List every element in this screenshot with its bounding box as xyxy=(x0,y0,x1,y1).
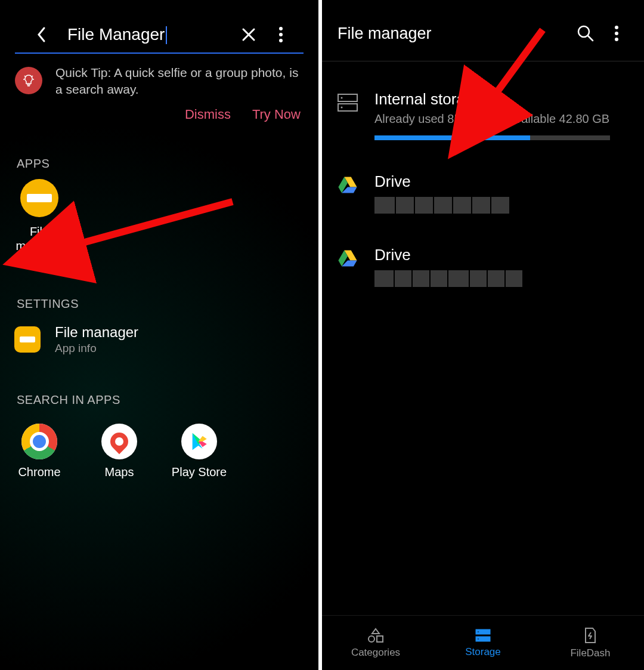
app-label: Play Store xyxy=(172,465,227,479)
app-play-store[interactable]: Play Store xyxy=(171,424,228,479)
app-chrome[interactable]: Chrome xyxy=(11,424,68,479)
search-in-apps-label: SEARCH IN APPS xyxy=(0,360,318,415)
svg-line-5 xyxy=(588,36,593,41)
tip-actions: Dismiss Try Now xyxy=(0,98,318,122)
app-header: File manager xyxy=(322,0,644,61)
play-store-icon xyxy=(181,424,217,459)
lightbulb-icon xyxy=(15,67,42,94)
svg-point-1 xyxy=(279,33,283,36)
nav-label: Storage xyxy=(465,646,501,658)
app-maps[interactable]: Maps xyxy=(91,424,148,479)
file-manager-icon xyxy=(20,179,58,217)
redacted-email xyxy=(374,270,628,287)
svg-point-8 xyxy=(615,38,618,41)
nav-label: FileDash xyxy=(570,647,610,659)
drive-title: Drive xyxy=(374,246,628,264)
nav-categories[interactable]: Categories xyxy=(322,616,429,670)
storage-used: Already used 85.20 GB xyxy=(374,112,498,125)
quick-tip: Quick Tip: A quick selfie or a group pho… xyxy=(0,54,318,98)
maps-icon xyxy=(101,424,137,459)
drive-title: Drive xyxy=(374,172,628,191)
storage-progress-bar xyxy=(374,135,610,140)
search-button[interactable] xyxy=(574,21,597,45)
svg-point-18 xyxy=(478,631,479,632)
search-bar: File Manager xyxy=(15,0,304,54)
storage-available: Available 42.80 GB xyxy=(507,112,609,125)
svg-rect-15 xyxy=(377,636,383,642)
search-input[interactable]: File Manager xyxy=(67,25,227,45)
apps-grid: File manager xyxy=(0,179,318,253)
text-cursor xyxy=(166,26,167,44)
more-button[interactable] xyxy=(605,21,628,45)
nav-filedash[interactable]: FileDash xyxy=(537,616,644,670)
svg-point-7 xyxy=(615,32,618,35)
nav-storage[interactable]: Storage xyxy=(429,616,537,670)
app-label: File manager xyxy=(11,224,68,253)
settings-section-label: SETTINGS xyxy=(0,253,318,319)
search-in-apps-grid: Chrome Maps Play Store xyxy=(0,415,318,487)
try-now-button[interactable]: Try Now xyxy=(252,107,301,122)
dismiss-button[interactable]: Dismiss xyxy=(185,107,231,122)
svg-point-0 xyxy=(279,27,283,30)
settings-text: File manager App info xyxy=(55,324,138,355)
redacted-email xyxy=(374,197,628,214)
bottom-nav: Categories Storage FileDash xyxy=(322,615,644,670)
svg-point-2 xyxy=(279,39,283,42)
chrome-icon xyxy=(21,424,57,459)
nav-label: Categories xyxy=(351,647,400,659)
storage-progress-fill xyxy=(374,135,530,140)
svg-point-11 xyxy=(341,97,343,99)
clear-button[interactable] xyxy=(238,24,259,45)
svg-point-19 xyxy=(478,638,479,640)
drive-body: Drive xyxy=(374,172,628,214)
settings-subtitle: App info xyxy=(55,342,138,355)
storage-subtitle: Already used 85.20 GB Available 42.80 GB xyxy=(374,112,628,126)
app-label: Maps xyxy=(105,465,134,479)
internal-storage-item[interactable]: Internal storage Already used 85.20 GB A… xyxy=(322,61,644,140)
svg-point-6 xyxy=(615,26,618,29)
storage-title: Internal storage xyxy=(374,90,628,109)
storage-body: Internal storage Already used 85.20 GB A… xyxy=(374,90,628,140)
drive-item-1[interactable]: Drive xyxy=(322,140,644,214)
app-title: File manager xyxy=(338,24,566,43)
tip-text: Quick Tip: A quick selfie or a group pho… xyxy=(55,64,304,98)
app-file-manager[interactable]: File manager xyxy=(11,179,68,253)
drive-icon xyxy=(338,176,361,196)
search-screen: File Manager Quick Tip: A quick selfie o… xyxy=(0,0,322,670)
drive-item-2[interactable]: Drive xyxy=(322,214,644,287)
back-button[interactable] xyxy=(33,26,51,44)
svg-point-14 xyxy=(369,636,374,642)
settings-title: File manager xyxy=(55,324,138,341)
drive-body: Drive xyxy=(374,246,628,287)
file-manager-screen: File manager Internal storage Already us… xyxy=(322,0,644,670)
apps-section-label: APPS xyxy=(0,122,318,179)
file-manager-small-icon xyxy=(14,326,41,353)
more-button[interactable] xyxy=(270,24,292,45)
drive-icon xyxy=(338,249,361,270)
app-label: Chrome xyxy=(18,465,60,479)
search-input-value: File Manager xyxy=(67,25,165,44)
svg-point-12 xyxy=(341,107,343,109)
storage-icon xyxy=(338,94,361,114)
settings-file-manager[interactable]: File manager App info xyxy=(0,319,318,360)
